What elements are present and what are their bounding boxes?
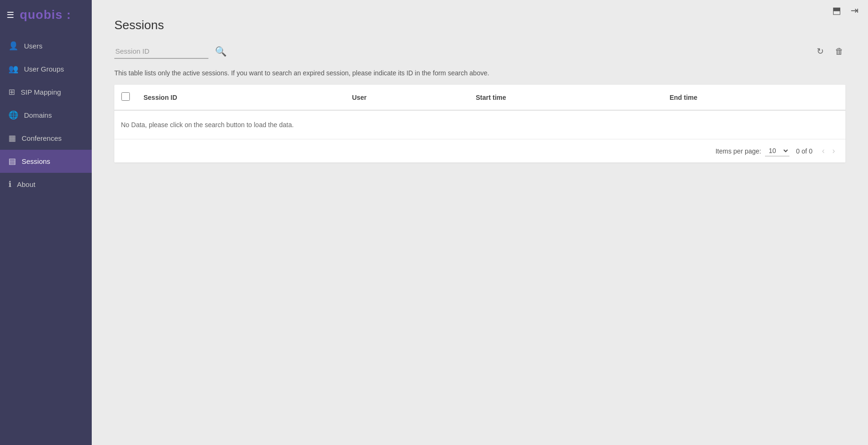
sidebar-label-domains: Domains (24, 111, 52, 119)
sidebar-item-about[interactable]: ℹ About (0, 173, 92, 196)
search-icon: 🔍 (215, 46, 227, 57)
domains-icon: 🌐 (8, 110, 18, 120)
refresh-button[interactable]: ↻ (815, 44, 826, 58)
no-data-message: No Data, please click on the search butt… (114, 110, 845, 139)
sidebar-label-sessions: Sessions (22, 157, 50, 165)
sidebar-label-about: About (17, 180, 35, 188)
sidebar-item-sessions[interactable]: ▤ Sessions (0, 150, 92, 173)
sidebar-label-sip-mapping: SIP Mapping (21, 88, 61, 96)
info-message: This table lists only the active session… (114, 68, 845, 78)
sip-mapping-icon: ⊞ (8, 87, 15, 97)
items-per-page: Items per page: 5102550100 (716, 146, 789, 156)
prev-page-button[interactable]: ‹ (819, 145, 828, 157)
sidebar-label-users: Users (24, 42, 42, 50)
items-per-page-label: Items per page: (716, 147, 761, 155)
sidebar: ☰ quobis : 👤 Users 👥 User Groups ⊞ SIP M… (0, 0, 92, 445)
conferences-icon: ▦ (8, 133, 16, 143)
hamburger-icon[interactable]: ☰ (7, 10, 14, 20)
pagination-bar: Items per page: 5102550100 0 of 0 ‹ › (114, 139, 845, 162)
refresh-icon: ↻ (817, 47, 824, 56)
trash-icon: 🗑 (835, 47, 844, 56)
next-page-button[interactable]: › (829, 145, 838, 157)
session-id-header: Session ID (137, 85, 345, 110)
sidebar-item-conferences[interactable]: ▦ Conferences (0, 127, 92, 150)
search-bar: 🔍 ↻ 🗑 (114, 44, 845, 59)
sidebar-header: ☰ quobis : (0, 0, 92, 30)
sidebar-label-conferences: Conferences (22, 134, 62, 142)
start-time-header: Start time (469, 85, 663, 110)
sidebar-label-user-groups: User Groups (24, 65, 64, 73)
per-page-select[interactable]: 5102550100 (765, 146, 789, 156)
about-icon: ℹ (8, 179, 11, 189)
sessions-icon: ▤ (8, 156, 16, 166)
delete-button[interactable]: 🗑 (833, 45, 845, 58)
pagination-nav: ‹ › (819, 145, 838, 157)
session-id-input[interactable] (114, 44, 208, 59)
topbar-icons: ⬒ ⇥ (832, 5, 859, 16)
sessions-table: Session ID User Start time End time No D… (114, 85, 845, 139)
user-groups-icon: 👥 (8, 64, 18, 74)
search-actions: ↻ 🗑 (815, 44, 845, 58)
users-icon: 👤 (8, 41, 18, 51)
page-title: Sessions (114, 18, 845, 32)
sidebar-item-sip-mapping[interactable]: ⊞ SIP Mapping (0, 81, 92, 104)
pagination-info: 0 of 0 (796, 147, 812, 155)
search-input-wrapper (114, 44, 208, 59)
sessions-table-container: Session ID User Start time End time No D… (114, 85, 845, 162)
table-header-row: Session ID User Start time End time (114, 85, 845, 110)
end-time-header: End time (663, 85, 845, 110)
search-button[interactable]: 🔍 (213, 44, 229, 59)
select-all-checkbox[interactable] (121, 92, 130, 101)
sidebar-nav: 👤 Users 👥 User Groups ⊞ SIP Mapping 🌐 Do… (0, 34, 92, 196)
upload-icon[interactable]: ⬒ (832, 5, 841, 16)
logout-icon[interactable]: ⇥ (851, 5, 859, 16)
app-logo: quobis : (20, 8, 71, 22)
select-all-header (114, 85, 137, 110)
main-content: ⬒ ⇥ Sessions 🔍 ↻ 🗑 This table lists only… (92, 0, 868, 445)
sidebar-item-domains[interactable]: 🌐 Domains (0, 104, 92, 127)
sidebar-item-users[interactable]: 👤 Users (0, 34, 92, 57)
no-data-row: No Data, please click on the search butt… (114, 110, 845, 139)
sidebar-item-user-groups[interactable]: 👥 User Groups (0, 57, 92, 81)
user-header: User (345, 85, 469, 110)
